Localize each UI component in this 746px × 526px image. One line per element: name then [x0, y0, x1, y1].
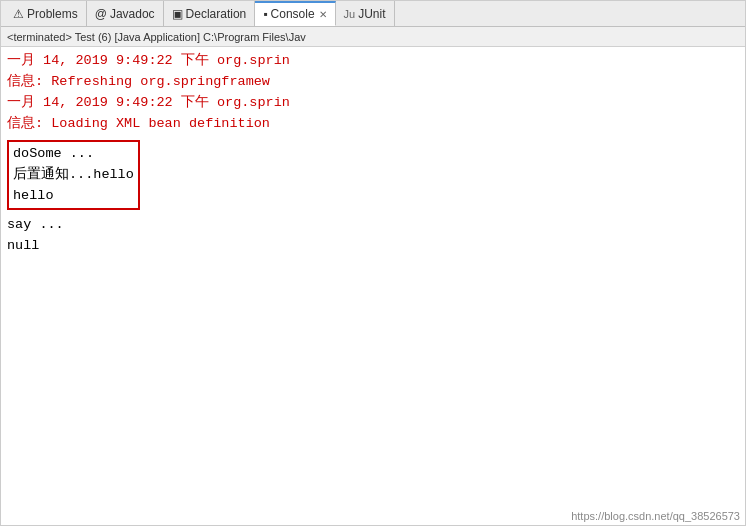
- doc-icon: ▣: [172, 7, 183, 21]
- tab-junit[interactable]: Ju JUnit: [336, 1, 395, 26]
- at-icon: @: [95, 7, 107, 21]
- boxed-line-1: doSome ...: [13, 144, 134, 165]
- tab-javadoc[interactable]: @ Javadoc: [87, 1, 164, 26]
- boxed-line-3: hello: [13, 186, 134, 207]
- ide-container: ⚠ Problems @ Javadoc ▣ Declaration ▪ Con…: [0, 0, 746, 526]
- console-line-1: 一月 14, 2019 9:49:22 下午 org.sprin: [7, 51, 739, 72]
- status-line: <terminated> Test (6) [Java Application]…: [1, 27, 745, 47]
- console-line-4: 信息: Loading XML bean definition: [7, 114, 739, 135]
- trailing-line-2: null: [7, 236, 739, 257]
- console-close-icon[interactable]: ✕: [319, 9, 327, 20]
- trailing-line-1: say ...: [7, 215, 739, 236]
- console-line-3: 一月 14, 2019 9:49:22 下午 org.sprin: [7, 93, 739, 114]
- tab-declaration[interactable]: ▣ Declaration: [164, 1, 256, 26]
- boxed-line-2: 后置通知...hello: [13, 165, 134, 186]
- tab-console[interactable]: ▪ Console ✕: [255, 1, 335, 26]
- boxed-output-section: doSome ... 后置通知...hello hello: [7, 140, 140, 211]
- console-icon: ▪: [263, 7, 267, 21]
- junit-icon: Ju: [344, 8, 356, 20]
- console-line-2: 信息: Refreshing org.springframew: [7, 72, 739, 93]
- warning-icon: ⚠: [13, 7, 24, 21]
- console-output: 一月 14, 2019 9:49:22 下午 org.sprin 信息: Ref…: [1, 47, 745, 525]
- watermark: https://blog.csdn.net/qq_38526573: [571, 510, 740, 522]
- tab-bar: ⚠ Problems @ Javadoc ▣ Declaration ▪ Con…: [1, 1, 745, 27]
- tab-problems[interactable]: ⚠ Problems: [5, 1, 87, 26]
